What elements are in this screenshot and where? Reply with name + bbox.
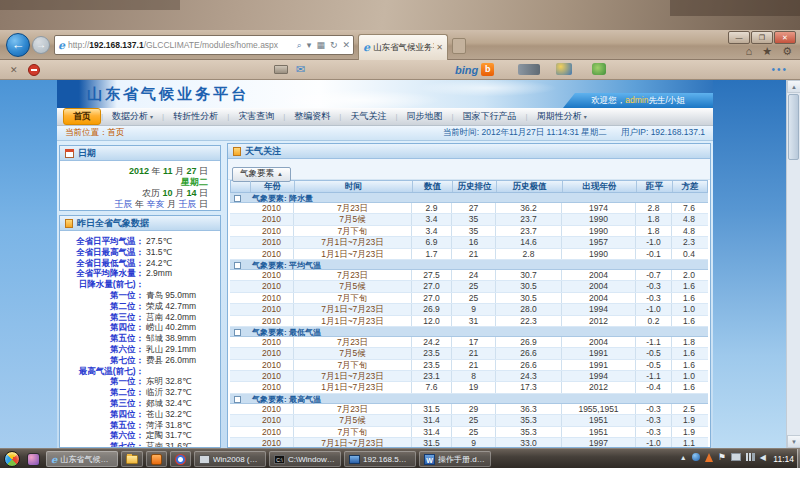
weather-panel-header: 昨日全省气象数据 <box>60 216 220 231</box>
table-header-row: 年份时间数值历史排位历史极值出现年份距平方差 <box>230 180 708 193</box>
tray-expand-icon[interactable]: ▲ <box>680 454 687 461</box>
blocked-content-icon[interactable] <box>28 64 40 76</box>
taskbar-window-button-5[interactable]: Win2008 (VS2... <box>194 451 266 467</box>
table-section-row[interactable]: 气象要素: 最低气温 <box>230 327 708 337</box>
tab-close-icon[interactable]: ✕ <box>436 43 443 52</box>
scroll-down-icon[interactable]: ▼ <box>787 435 800 448</box>
section-expand-checkbox[interactable] <box>234 262 241 269</box>
nav-item-7[interactable]: 同步地图 <box>397 109 451 124</box>
tray-app-icon[interactable] <box>692 453 700 461</box>
taskbar-clock[interactable]: 11:14 <box>773 449 794 469</box>
display-icon[interactable] <box>731 453 741 461</box>
weather-line: 全省日最低气温：24.2℃ <box>60 258 216 269</box>
volume-icon[interactable]: ◀ <box>760 453 766 462</box>
nav-item-8[interactable]: 国家下行产品 <box>454 109 526 124</box>
taskbar-window-button-1[interactable]: 山东省气候业务... <box>46 451 118 467</box>
section-expand-checkbox[interactable] <box>234 329 241 336</box>
table-section-row[interactable]: 气象要素: 平均气温 <box>230 260 708 270</box>
mail-icon[interactable]: ✉ <box>296 63 305 76</box>
row-lead-cell <box>230 249 250 259</box>
table-section-row[interactable]: 气象要素: 最高气温 <box>230 394 708 404</box>
nav-item-6[interactable]: 天气关注 <box>341 109 395 124</box>
table-row: 20107月1日~7月23日6.91614.61957-1.02.3 <box>230 237 708 248</box>
nav-item-9[interactable]: 周期性分析▾ <box>528 109 596 124</box>
rank-value: 东明 32.8℃ <box>144 376 191 387</box>
wallet-icon[interactable] <box>274 65 288 74</box>
forward-button[interactable]: → <box>32 36 50 54</box>
table-cell: 7.6 <box>412 382 452 392</box>
browser-tab[interactable]: e 山东省气候业务平... ✕ <box>358 34 448 60</box>
scrollbar-thumb[interactable] <box>788 94 799 160</box>
start-button[interactable] <box>4 451 20 467</box>
nav-item-3[interactable]: 转折性分析 <box>164 109 227 124</box>
weather-line: 第四位：苍山 32.2℃ <box>60 409 216 420</box>
table-section-row[interactable]: 气象要素: 降水量 <box>230 193 708 203</box>
back-button[interactable]: ← <box>6 33 30 57</box>
network-icon[interactable] <box>746 453 755 461</box>
taskbar-window-button-8[interactable]: 操作手册.docx ... <box>419 451 491 467</box>
close-bar-icon[interactable]: ✕ <box>10 65 18 75</box>
bing-box-icon[interactable]: b <box>481 63 494 76</box>
action-center-flag-icon[interactable]: ⚑ <box>718 452 726 462</box>
arrow-up-icon: ▲ <box>277 171 283 177</box>
rank-value: 费县 26.0mm <box>144 355 196 366</box>
pinned-app-icon[interactable] <box>27 453 40 466</box>
home-icon[interactable]: ⌂ <box>746 45 753 58</box>
refresh-icon[interactable]: ↻ <box>330 40 338 50</box>
settings-gear-icon[interactable]: ⚙ <box>782 45 792 58</box>
bing-logo[interactable]: bing <box>455 64 478 76</box>
table-row: 20107月下旬23.52126.61991-0.51.6 <box>230 360 708 371</box>
table-row: 20107月下旬27.02530.52004-0.31.6 <box>230 293 708 304</box>
weather-line: 第三位：郯城 32.4℃ <box>60 398 216 409</box>
nav-item-2[interactable]: 数据分析▾ <box>103 109 162 124</box>
calendar-text: 星期二 <box>181 177 208 187</box>
close-button[interactable]: ✕ <box>774 31 796 44</box>
taskbar-window-label: Win2008 (VS2... <box>213 455 261 464</box>
table-cell: 1.6 <box>672 293 706 303</box>
table-cell: 29 <box>452 404 496 414</box>
table-cell: -0.1 <box>636 249 672 259</box>
rank-label: 第四位： <box>60 322 144 333</box>
taskbar-window-button-2[interactable] <box>121 451 143 467</box>
tray-flame-icon[interactable] <box>705 453 713 462</box>
address-bar[interactable]: e http://192.168.137.1/GLCCLIMATE/module… <box>54 35 354 55</box>
vertical-scrollbar[interactable]: ▲ ▼ <box>786 80 800 448</box>
new-tab-button[interactable] <box>452 38 466 54</box>
compatibility-view-icon[interactable]: ▦ <box>316 40 325 50</box>
nav-item-5[interactable]: 整编资料 <box>285 109 339 124</box>
calendar-text: 农历 <box>142 188 163 198</box>
rank-value: 崂山 40.2mm <box>144 322 196 333</box>
toolbar-addon-icon[interactable] <box>592 63 606 75</box>
more-options-icon[interactable]: ••• <box>771 64 788 75</box>
toolbar-addon-icon[interactable] <box>518 64 540 75</box>
table-row: 20107月23日2.92736.219742.87.6 <box>230 203 708 214</box>
favorites-star-icon[interactable]: ★ <box>762 45 772 58</box>
stat-label: 全省日平均气温： <box>60 236 144 247</box>
maximize-button[interactable]: ❐ <box>751 31 773 44</box>
taskbar-window-button-4[interactable] <box>170 451 191 467</box>
folder-app-icon <box>126 455 138 464</box>
element-filter-button[interactable]: 气象要素▲ <box>232 167 291 182</box>
stop-icon[interactable]: ✕ <box>342 40 350 50</box>
taskbar-window-button-7[interactable]: 192.168.59.99... <box>344 451 416 467</box>
minimize-button[interactable]: — <box>728 31 750 44</box>
table-cell: 31 <box>452 316 496 326</box>
table-cell: 7月1日~7月23日 <box>294 304 412 314</box>
stat-label: 全省日最高气温： <box>60 247 144 258</box>
table-cell: -1.0 <box>636 237 672 247</box>
nav-item-4[interactable]: 灾害查询 <box>229 109 283 124</box>
scroll-up-icon[interactable]: ▲ <box>787 80 800 93</box>
row-lead-cell <box>230 438 250 448</box>
taskbar-window-button-6[interactable]: C:\Windows\s... <box>269 451 341 467</box>
nav-item-1[interactable]: 首页 <box>63 108 101 125</box>
rank-value: 菏泽 31.8℃ <box>144 420 191 431</box>
table-cell: 2010 <box>250 293 294 303</box>
search-icon[interactable]: ⌕ <box>297 40 302 51</box>
rank-value: 莒南 42.0mm <box>144 312 196 323</box>
toolbar-addon-icon[interactable] <box>556 63 572 75</box>
taskbar-window-button-3[interactable] <box>146 451 167 467</box>
rank-value: 郯城 32.4℃ <box>144 398 191 409</box>
section-expand-checkbox[interactable] <box>234 195 241 202</box>
section-expand-checkbox[interactable] <box>234 396 241 403</box>
chevron-down-icon[interactable]: ▾ <box>307 40 312 50</box>
